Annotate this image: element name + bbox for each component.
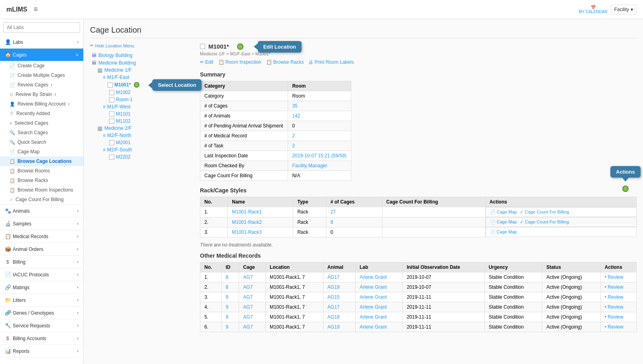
sidebar-item-cages[interactable]: 🏠 Cages ∨ <box>0 49 83 61</box>
sidebar-item-reports[interactable]: 📊 Reports ‹ <box>0 345 83 357</box>
tree-node-med1f[interactable]: 🏢 Medicine 1/F <box>96 67 194 74</box>
med-cell[interactable]: AG19 <box>323 322 355 332</box>
tree-node-m1fwest[interactable]: ≡ M1/F-West <box>101 103 194 110</box>
med-action-cell[interactable]: • Review <box>600 272 636 282</box>
med-cell[interactable]: AG7 <box>239 302 266 312</box>
med-cell[interactable]: AG7 <box>239 282 266 292</box>
sidebar-subitem-cage-count-billing[interactable]: ✓ Cage Count For Billing <box>0 195 83 204</box>
rack-action-link[interactable]: 📄 Cage Map <box>490 219 517 225</box>
med-cell[interactable]: AG7 <box>239 312 266 322</box>
tree-node-biology[interactable]: 🏛 Biology Building <box>90 51 194 59</box>
sidebar-item-animal-orders[interactable]: 📦 Animal Orders ‹ <box>0 243 83 255</box>
m2001-checkbox[interactable] <box>109 140 114 145</box>
rack-action-link[interactable]: ✓ Cage Count For Billing <box>520 219 569 225</box>
med-cell[interactable]: 9 <box>222 302 239 312</box>
med-cell[interactable]: AG7 <box>239 322 266 332</box>
med-cell[interactable]: AG18 <box>323 312 355 322</box>
review-link[interactable]: • Review <box>605 284 623 290</box>
sidebar-subitem-browse-cage-locations[interactable]: 📋 Browse Cage Locations <box>0 157 83 166</box>
med-action-cell[interactable]: • Review <box>600 292 636 302</box>
sidebar-subitem-quick-search[interactable]: 🔍 Quick Search <box>0 137 83 147</box>
sidebar-subitem-search-cages[interactable]: 🔍 Search Cages <box>0 128 83 137</box>
menu-icon[interactable]: ≡ <box>33 5 38 14</box>
m2202-checkbox[interactable] <box>109 155 114 160</box>
summary-cell-value[interactable]: 2 <box>288 141 351 151</box>
print-room-labels-link[interactable]: 🖨 Print Room Labels <box>308 59 354 65</box>
rack-action-link[interactable]: ✓ Cage Count For Billing <box>520 209 569 215</box>
tree-node-m2fsouth[interactable]: ≡ M2/F-South <box>101 146 194 153</box>
tree-node-m2fnorth[interactable]: ≡ M2/F-North <box>101 132 194 139</box>
review-link[interactable]: • Review <box>605 324 623 330</box>
med-cell[interactable]: Arlene Grant <box>355 292 402 302</box>
med-action-cell[interactable]: • Review <box>600 322 636 332</box>
sidebar-item-service[interactable]: 🔧 Service Requests ‹ <box>0 319 83 332</box>
room1-checkbox[interactable] <box>109 97 114 102</box>
sidebar-subitem-create-cage[interactable]: 📄 Create Cage <box>0 61 83 70</box>
med-cell[interactable]: Arlene Grant <box>355 282 402 292</box>
hide-menu-link[interactable]: ✏ Hide Location Menu <box>90 43 194 48</box>
summary-cell-value[interactable]: Facility Manager <box>288 161 351 171</box>
rack-cell[interactable]: M1001-Rack1 <box>228 207 293 217</box>
sidebar-subitem-recently-added[interactable]: ⏱ Recently Added <box>0 109 83 118</box>
summary-cell-value[interactable]: 2019-10-07 15:21 (59/59) <box>288 151 351 161</box>
med-cell[interactable]: Arlene Grant <box>355 302 402 312</box>
facility-dropdown[interactable]: Facility ▾ <box>611 5 637 14</box>
sidebar-item-matings[interactable]: 🔗 Matings ‹ <box>0 281 83 294</box>
review-link[interactable]: • Review <box>605 314 623 320</box>
med-action-cell[interactable]: • Review <box>600 312 636 322</box>
med-cell[interactable]: AG7 <box>239 272 266 282</box>
room-inspection-link[interactable]: 📋 Room Inspection <box>218 59 261 65</box>
calendar-button[interactable]: 📅 MY CALENDAR <box>579 5 608 14</box>
med-cell[interactable]: 8 <box>222 272 239 282</box>
m1001-checkbox[interactable] <box>108 82 113 88</box>
edit-link[interactable]: ✏ Edit <box>200 59 214 65</box>
sidebar-subitem-review-cages[interactable]: 📄 Review Cages ‹ <box>0 80 83 90</box>
rack-cell[interactable]: M1001-Rack3 <box>228 227 293 237</box>
sidebar-item-animals[interactable]: 🐾 Animals ‹ <box>0 205 83 217</box>
summary-cell-value[interactable]: 35 <box>288 101 351 111</box>
summary-cell-value[interactable]: 2 <box>288 131 351 141</box>
sidebar-subitem-browse-rooms[interactable]: 📋 Browse Rooms <box>0 166 83 176</box>
med-action-cell[interactable]: • Review <box>600 302 636 312</box>
sidebar-subitem-create-multiple[interactable]: 📄 Create Multiple Cages <box>0 70 83 80</box>
sidebar-subitem-cage-map[interactable]: 📄 Cage Map <box>0 147 83 157</box>
sidebar-subitem-review-billing[interactable]: 👤 Review Billing Account ‹ <box>0 99 83 109</box>
rack-action-link[interactable]: 📄 Cage Map <box>490 229 517 235</box>
tree-node-room1[interactable]: Room 1 <box>108 96 194 103</box>
rack-cell[interactable]: M1001-Rack2 <box>228 217 293 227</box>
med-cell[interactable]: AG15 <box>323 292 355 302</box>
med-cell[interactable]: AG17 <box>323 302 355 312</box>
med-cell[interactable]: AG19 <box>323 282 355 292</box>
review-link[interactable]: • Review <box>605 304 623 310</box>
lab-search-input[interactable] <box>3 22 80 33</box>
sidebar-item-medical[interactable]: 📋 Medical Records ‹ <box>0 230 83 243</box>
m1002-checkbox[interactable] <box>109 90 114 95</box>
room-checkbox[interactable] <box>200 44 205 49</box>
review-link[interactable]: • Review <box>605 294 623 300</box>
tree-node-m2001[interactable]: M2001 <box>108 139 194 146</box>
tree-node-m1102[interactable]: M1102 <box>108 117 194 125</box>
sidebar-item-billing[interactable]: $ Billing ‹ <box>0 256 83 268</box>
m1101-checkbox[interactable] <box>109 112 114 117</box>
sidebar-item-litters[interactable]: 📁 Litters ‹ <box>0 294 83 306</box>
med-cell[interactable]: 9 <box>222 322 239 332</box>
sidebar-subitem-browse-room-inspections[interactable]: 📋 Browse Room Inspections <box>0 185 83 195</box>
med-cell[interactable]: AG7 <box>239 292 266 302</box>
med-action-cell[interactable]: • Review <box>600 282 636 292</box>
med-cell[interactable]: Arlene Grant <box>355 272 402 282</box>
sidebar-item-labs[interactable]: 👤 Labs ‹ <box>0 36 83 48</box>
tree-node-medicine[interactable]: 🏛 Medicine Building <box>90 59 194 67</box>
sidebar-subitem-review-strain[interactable]: ⊙ Review By Strain ‹ <box>0 90 83 99</box>
rack-cell[interactable]: 8 <box>326 217 382 227</box>
browse-racks-link[interactable]: 📋 Browse Racks <box>266 59 304 65</box>
tree-node-med2f[interactable]: 🏢 Medicine 2/F <box>96 125 194 132</box>
rack-cell[interactable]: 27 <box>326 207 382 217</box>
tree-node-m2202[interactable]: M2202 <box>108 153 194 160</box>
sidebar-item-samples[interactable]: 🔬 Samples ‹ <box>0 217 83 230</box>
sidebar-subitem-selected-cages[interactable]: ≡ Selected Cages <box>0 118 83 128</box>
m1001-link[interactable]: M1001* <box>114 82 131 88</box>
med-cell[interactable]: 8 <box>222 282 239 292</box>
med-cell[interactable]: AG17 <box>323 272 355 282</box>
sidebar-subitem-browse-racks[interactable]: 📋 Browse Racks <box>0 176 83 185</box>
tree-node-m1101[interactable]: M1101 <box>108 110 194 117</box>
